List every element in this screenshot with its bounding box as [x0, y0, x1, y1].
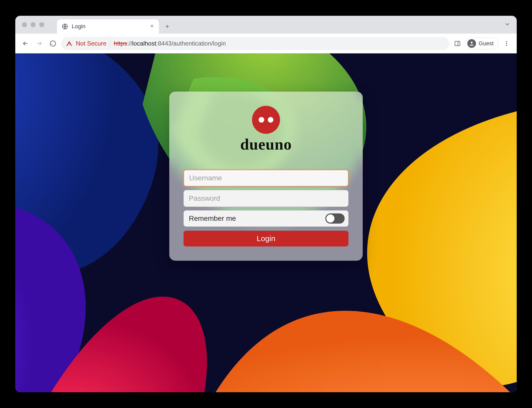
url-scheme: https [114, 40, 127, 47]
tabs-chevron-down-icon[interactable] [504, 21, 511, 28]
remember-me-toggle[interactable] [325, 213, 345, 224]
forward-button[interactable] [34, 38, 45, 49]
kebab-menu-icon[interactable] [501, 38, 512, 49]
tab-bar: Login [15, 16, 517, 34]
svg-point-4 [506, 43, 507, 44]
window-close-dot[interactable] [22, 22, 27, 27]
toolbar: Not Secure https :// localhost :8443/aut… [15, 34, 517, 53]
tab-title: Login [72, 23, 146, 30]
browser-window: Login Not Secure htt [15, 16, 517, 392]
remember-me-row: Remember me [184, 210, 348, 227]
login-card: dueuno Remember me Login [169, 92, 363, 261]
svg-rect-1 [455, 41, 460, 46]
url-display: https :// localhost :8443/authentication… [114, 40, 226, 47]
window-minimize-dot[interactable] [31, 22, 36, 27]
remember-me-label: Remember me [189, 214, 236, 223]
separator [110, 40, 110, 47]
new-tab-button[interactable] [161, 21, 173, 32]
url-path: :8443/authentication/login [156, 40, 226, 47]
login-button[interactable]: Login [184, 231, 348, 246]
address-bar[interactable]: Not Secure https :// localhost :8443/aut… [61, 37, 449, 50]
back-button[interactable] [20, 38, 31, 49]
password-input[interactable] [184, 190, 348, 207]
reload-button[interactable] [47, 38, 59, 49]
svg-point-5 [506, 45, 507, 46]
brand-name: dueuno [240, 135, 292, 153]
url-host: localhost [132, 40, 156, 47]
close-icon[interactable] [150, 24, 154, 30]
window-controls [22, 22, 44, 27]
page-viewport: dueuno Remember me Login [15, 53, 517, 392]
username-input[interactable] [184, 170, 348, 186]
toggle-knob [326, 214, 334, 223]
side-panel-icon[interactable] [452, 38, 463, 49]
warning-icon [66, 40, 72, 47]
globe-icon [62, 23, 68, 30]
svg-point-3 [506, 41, 507, 42]
profile-chip[interactable]: Guest [466, 38, 498, 49]
profile-label: Guest [479, 40, 494, 47]
svg-point-2 [471, 41, 473, 43]
security-status: Not Secure [76, 40, 106, 47]
url-sep: :// [127, 40, 132, 47]
window-zoom-dot[interactable] [39, 22, 44, 27]
avatar-icon [467, 39, 476, 48]
brand-mark-icon [252, 106, 280, 134]
brand-logo: dueuno [240, 106, 292, 153]
browser-tab[interactable]: Login [57, 19, 159, 34]
